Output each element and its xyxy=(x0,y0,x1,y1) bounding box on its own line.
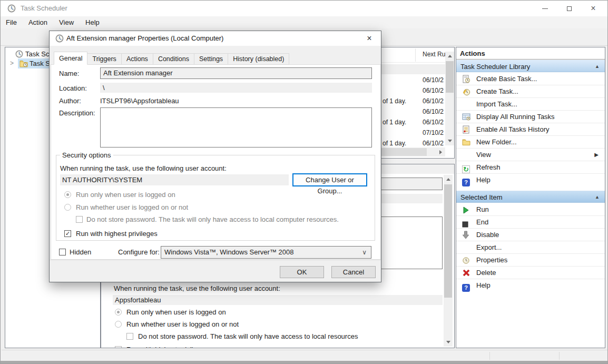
checkbox-hidden[interactable] xyxy=(59,249,66,255)
dialog-tabs: General Triggers Actions Conditions Sett… xyxy=(54,52,289,65)
action-enable-all-tasks-history[interactable]: Enable All Tasks History xyxy=(456,123,605,136)
ok-button[interactable]: OK xyxy=(280,266,324,278)
column-divider[interactable] xyxy=(415,48,416,62)
tab-triggers[interactable]: Triggers xyxy=(87,53,121,65)
check-icon: ✓ xyxy=(65,230,70,237)
dialog-title: Aft Extension manager Properties (Local … xyxy=(66,31,223,46)
group-header-label: Selected Item xyxy=(460,193,503,201)
menu-help[interactable]: Help xyxy=(85,18,100,26)
configure-for-dropdown[interactable]: Windows Vista™, Windows Server™ 2008 ∨ xyxy=(161,246,371,259)
menu-action[interactable]: Action xyxy=(28,18,47,26)
action-view[interactable]: View ▶ xyxy=(456,149,605,161)
menu-view[interactable]: View xyxy=(59,18,74,26)
tab-general[interactable]: General xyxy=(54,52,87,65)
help-icon: ? xyxy=(462,281,470,290)
preview-vertical-scrollbar[interactable] xyxy=(444,175,453,347)
radio-run-logged-on-label: Run only when user is logged on xyxy=(76,191,175,199)
scroll-down-button[interactable] xyxy=(444,338,453,347)
checkbox-no-password[interactable] xyxy=(76,216,83,223)
create-basic-task-icon xyxy=(462,75,470,83)
dialog-clock-icon xyxy=(55,34,64,44)
close-icon: × xyxy=(591,4,595,13)
action-new-folder[interactable]: New Folder... xyxy=(456,136,605,149)
radio-run-whether[interactable] xyxy=(64,204,71,211)
action-export[interactable]: Export... xyxy=(456,241,605,254)
next-run-value: 06/10/2 xyxy=(423,138,446,149)
close-button[interactable]: × xyxy=(581,1,605,16)
scroll-right-icon xyxy=(439,150,442,154)
column-header-next-run[interactable]: Next Ru xyxy=(423,51,446,58)
menu-file[interactable]: File xyxy=(6,18,17,26)
scrollbar-thumb[interactable] xyxy=(446,61,454,93)
action-refresh[interactable]: ↻ Refresh xyxy=(456,161,605,174)
scroll-down-icon xyxy=(446,341,450,343)
preview-checkbox-password[interactable] xyxy=(126,333,133,340)
preview-radio-whether[interactable] xyxy=(115,321,122,328)
action-disable[interactable]: Disable xyxy=(456,229,605,241)
scroll-up-icon xyxy=(446,178,450,181)
scrollbar-thumb[interactable] xyxy=(444,184,452,298)
preview-checkbox-privileges[interactable] xyxy=(115,346,122,348)
refresh-icon: ↻ xyxy=(462,163,470,172)
action-label: View xyxy=(476,149,491,161)
trigger-fragment: of 1 day. xyxy=(383,96,406,106)
minimize-button[interactable] xyxy=(533,1,557,16)
action-label: Refresh xyxy=(476,161,501,174)
tab-conditions[interactable]: Conditions xyxy=(153,53,194,65)
radio-run-whether-label: Run whether user is logged on or not xyxy=(76,203,188,211)
change-user-button[interactable]: Change User or Group... xyxy=(292,173,367,186)
action-display-all-running-tasks[interactable]: Display All Running Tasks xyxy=(456,111,605,123)
folder-clock-icon xyxy=(19,60,28,70)
author-label: Author: xyxy=(59,97,81,105)
scroll-up-icon xyxy=(448,55,452,57)
preview-radio-logged-on[interactable] xyxy=(115,309,122,316)
action-create-task[interactable]: Create Task... xyxy=(456,85,605,98)
app-clock-icon xyxy=(7,4,16,14)
create-task-icon xyxy=(462,87,470,96)
vertical-scrollbar[interactable] xyxy=(445,52,454,145)
action-help[interactable]: ? Help xyxy=(456,174,605,186)
action-label: Create Task... xyxy=(476,85,518,98)
preview-account-value: Appsfortableau xyxy=(113,295,443,305)
action-delete[interactable]: Delete xyxy=(456,267,605,279)
actions-panel: Actions Task Scheduler Library ▲ Create … xyxy=(456,47,605,348)
status-bar xyxy=(2,350,607,361)
action-label: End xyxy=(476,216,488,229)
scroll-up-button[interactable] xyxy=(444,175,453,184)
action-create-basic-task[interactable]: Create Basic Task... xyxy=(456,73,605,85)
action-label: Disable xyxy=(476,229,499,241)
next-run-value: 06/10/2 xyxy=(423,117,446,127)
history-icon xyxy=(462,125,470,134)
description-field[interactable] xyxy=(100,107,372,147)
tab-settings[interactable]: Settings xyxy=(194,53,228,65)
disable-icon xyxy=(462,231,470,239)
action-label: Export... xyxy=(476,241,502,254)
action-run[interactable]: Run xyxy=(456,203,605,216)
scroll-down-button[interactable] xyxy=(445,136,454,145)
checkbox-highest-privileges[interactable]: ✓ xyxy=(64,230,71,237)
action-label: Enable All Tasks History xyxy=(476,123,550,136)
window-bottom-edge xyxy=(1,361,607,364)
group-header-selected-item[interactable]: Selected Item ▲ xyxy=(456,191,605,203)
scroll-right-button[interactable] xyxy=(436,147,445,156)
action-help-selected[interactable]: ? Help xyxy=(456,279,605,292)
radio-run-logged-on[interactable] xyxy=(64,191,71,198)
dialog-close-button[interactable]: × xyxy=(361,31,378,46)
tree-expand-icon[interactable]: > xyxy=(10,58,14,68)
preview-radio-whether-label: Run whether user is logged on or not xyxy=(126,320,239,328)
maximize-button[interactable] xyxy=(557,1,581,16)
action-label: Run xyxy=(476,203,489,216)
preview-checkbox-privileges-label: Run with highest privileges xyxy=(126,346,208,348)
scroll-up-button[interactable] xyxy=(445,52,454,61)
tab-actions[interactable]: Actions xyxy=(121,53,153,65)
tab-history[interactable]: History (disabled) xyxy=(228,53,289,65)
collapse-icon[interactable]: ▲ xyxy=(595,61,600,73)
group-header-task-scheduler-library[interactable]: Task Scheduler Library ▲ xyxy=(456,60,605,72)
name-field[interactable]: Aft Extension manager xyxy=(100,67,372,79)
action-import-task[interactable]: Import Task... xyxy=(456,98,605,111)
cancel-button[interactable]: Cancel xyxy=(331,266,376,278)
action-properties[interactable]: Properties xyxy=(456,254,605,267)
action-end[interactable]: End xyxy=(456,216,605,229)
location-label: Location: xyxy=(59,84,87,92)
collapse-icon[interactable]: ▲ xyxy=(595,191,600,203)
